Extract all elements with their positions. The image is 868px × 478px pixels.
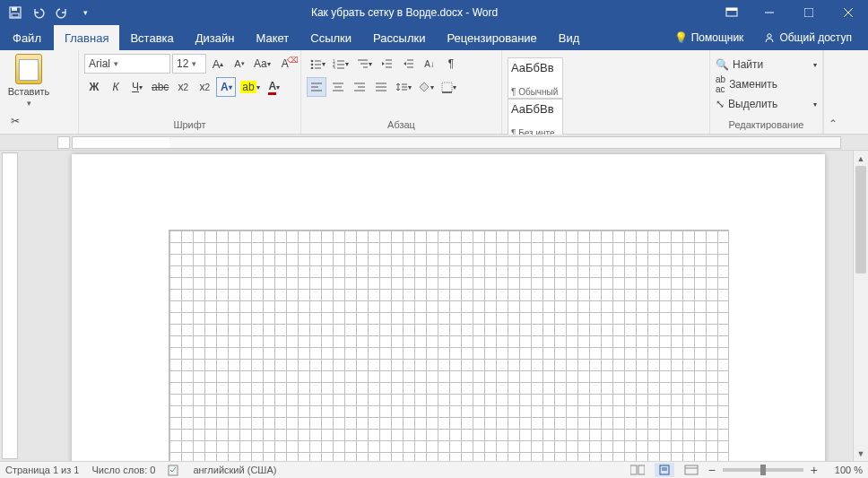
cut-icon[interactable]: ✂ xyxy=(5,111,25,131)
close-button[interactable] xyxy=(829,0,868,25)
grow-font-icon[interactable]: A▴ xyxy=(208,54,228,74)
tab-selector[interactable] xyxy=(57,136,70,149)
ribbon-display-options-icon[interactable] xyxy=(714,7,750,18)
svg-rect-6 xyxy=(804,8,813,17)
chevron-down-icon: ▾ xyxy=(114,59,118,68)
style-normal[interactable]: АаБбВв ¶ Обычный xyxy=(508,57,563,99)
font-size-combo[interactable]: 12▾ xyxy=(172,54,206,74)
zoom-level[interactable]: 100 % xyxy=(825,465,863,475)
page[interactable] xyxy=(72,154,825,461)
search-icon: 🔍 xyxy=(716,58,729,71)
read-mode-icon[interactable] xyxy=(628,463,647,477)
select-button[interactable]: ⤡Выделить▾ xyxy=(716,95,817,113)
tab-design[interactable]: Дизайн xyxy=(185,25,246,50)
font-color-icon[interactable]: A▾ xyxy=(265,77,284,97)
web-layout-icon[interactable] xyxy=(681,463,701,477)
chevron-down-icon: ▾ xyxy=(192,59,196,68)
zoom-slider[interactable] xyxy=(723,468,803,472)
svg-point-18 xyxy=(311,67,314,69)
redo-icon[interactable] xyxy=(52,3,72,22)
paragraph-group-label: Абзац xyxy=(307,117,496,132)
language-status[interactable]: английский (США) xyxy=(193,465,276,475)
decrease-indent-icon[interactable] xyxy=(377,54,396,74)
multilevel-list-icon[interactable]: ▾ xyxy=(353,54,375,74)
proofing-icon[interactable] xyxy=(168,464,180,476)
horizontal-ruler[interactable] xyxy=(72,136,841,149)
word-count[interactable]: Число слов: 0 xyxy=(91,465,155,475)
justify-icon[interactable] xyxy=(371,77,391,97)
undo-icon[interactable] xyxy=(29,3,48,22)
maximize-button[interactable] xyxy=(789,0,829,25)
tab-insert[interactable]: Вставка xyxy=(119,25,184,50)
numbering-icon[interactable]: 123▾ xyxy=(330,54,352,74)
zoom-out-button[interactable]: − xyxy=(708,463,716,477)
svg-rect-2 xyxy=(12,13,19,17)
svg-rect-54 xyxy=(638,465,645,474)
share-icon xyxy=(763,31,776,44)
collapse-ribbon-icon[interactable]: ⌃ xyxy=(823,50,841,134)
vertical-scrollbar[interactable]: ▲ ▼ xyxy=(853,151,868,461)
sort-icon[interactable]: A↓ xyxy=(420,54,439,74)
italic-button[interactable]: К xyxy=(106,77,126,97)
scroll-up-icon[interactable]: ▲ xyxy=(854,151,868,166)
shrink-font-icon[interactable]: A▾ xyxy=(230,54,249,74)
bullets-icon[interactable]: ▾ xyxy=(307,54,328,74)
svg-rect-4 xyxy=(726,8,737,11)
minimize-button[interactable] xyxy=(750,0,789,25)
svg-rect-53 xyxy=(630,465,637,474)
svg-text:3: 3 xyxy=(333,65,335,69)
clear-formatting-icon[interactable]: A⌫ xyxy=(275,54,295,74)
tell-me[interactable]: 💡 Помощник xyxy=(667,31,751,44)
align-center-icon[interactable] xyxy=(328,77,348,97)
tab-references[interactable]: Ссылки xyxy=(299,25,362,50)
vertical-ruler[interactable] xyxy=(2,152,18,459)
font-name-combo[interactable]: Arial▾ xyxy=(84,54,170,74)
paste-label: Вставить xyxy=(8,86,50,97)
replace-icon: abac xyxy=(716,74,725,94)
paste-button[interactable]: Вставить ▾ xyxy=(5,54,52,108)
tab-file[interactable]: Файл xyxy=(0,25,54,50)
borders-icon[interactable]: ▾ xyxy=(438,77,459,97)
svg-rect-1 xyxy=(12,7,17,11)
bold-button[interactable]: Ж xyxy=(84,77,104,97)
tell-me-label: Помощник xyxy=(691,31,744,44)
align-left-icon[interactable] xyxy=(307,77,326,97)
lightbulb-icon: 💡 xyxy=(674,31,688,44)
cursor-icon: ⤡ xyxy=(716,98,725,110)
tab-mailings[interactable]: Рассылки xyxy=(362,25,436,50)
zoom-in-button[interactable]: + xyxy=(811,463,818,477)
tab-layout[interactable]: Макет xyxy=(245,25,299,50)
underline-button[interactable]: Ч▾ xyxy=(127,77,147,97)
align-right-icon[interactable] xyxy=(350,77,369,97)
change-case-icon[interactable]: Aa▾ xyxy=(251,54,273,74)
window-title: Как убрать сетку в Ворде.docx - Word xyxy=(95,6,714,19)
svg-rect-50 xyxy=(442,83,452,92)
find-button[interactable]: 🔍Найти▾ xyxy=(716,56,817,74)
strikethrough-icon[interactable]: abc xyxy=(149,77,171,97)
save-icon[interactable] xyxy=(5,3,25,22)
replace-button[interactable]: abacЗаменить xyxy=(716,75,817,93)
paste-icon xyxy=(15,54,42,84)
scroll-down-icon[interactable]: ▼ xyxy=(854,446,868,461)
tab-home[interactable]: Главная xyxy=(54,25,119,50)
scroll-thumb[interactable] xyxy=(855,166,866,274)
superscript-icon[interactable]: x2 xyxy=(195,77,214,97)
line-spacing-icon[interactable]: ▾ xyxy=(393,77,414,97)
svg-point-16 xyxy=(311,64,314,66)
qat-customize-icon[interactable]: ▾ xyxy=(75,3,95,22)
document-area[interactable] xyxy=(18,151,853,461)
text-effects-icon[interactable]: A▾ xyxy=(216,77,236,97)
subscript-icon[interactable]: x2 xyxy=(173,77,193,97)
shading-icon[interactable]: ▾ xyxy=(416,77,437,97)
show-marks-icon[interactable]: ¶ xyxy=(441,54,461,74)
share-label: Общий доступ xyxy=(779,31,852,44)
editing-group-label: Редактирование xyxy=(716,117,817,132)
font-group-label: Шрифт xyxy=(84,117,295,132)
print-layout-icon[interactable] xyxy=(655,463,674,477)
tab-view[interactable]: Вид xyxy=(548,25,591,50)
tab-review[interactable]: Рецензирование xyxy=(436,25,547,50)
page-status[interactable]: Страница 1 из 1 xyxy=(5,465,79,475)
increase-indent-icon[interactable] xyxy=(398,54,418,74)
share-button[interactable]: Общий доступ xyxy=(756,31,859,44)
highlight-icon[interactable]: ab▾ xyxy=(238,77,262,97)
